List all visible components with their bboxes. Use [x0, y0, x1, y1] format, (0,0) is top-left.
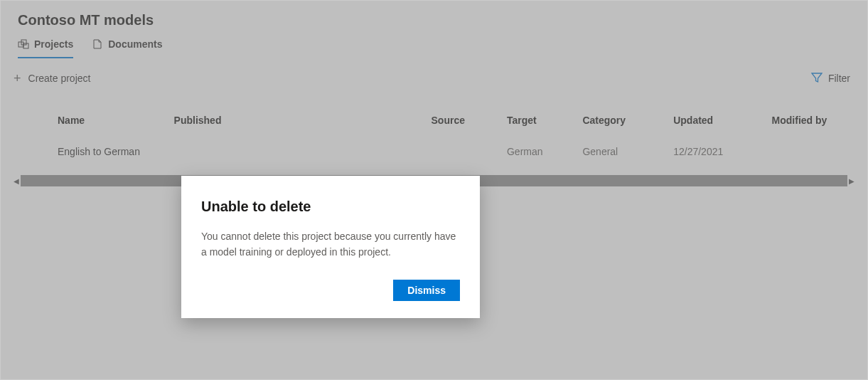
tab-documents[interactable]: Documents	[92, 38, 162, 58]
col-header-modified-by[interactable]: Modified by	[763, 107, 862, 136]
filter-icon	[811, 72, 823, 85]
cell-updated: 12/27/2021	[665, 136, 763, 167]
filter-button[interactable]: Filter	[811, 72, 850, 85]
cell-target: German	[498, 136, 574, 167]
tab-documents-label: Documents	[108, 38, 162, 50]
page-title: Contoso MT models	[18, 12, 850, 28]
scroll-left-arrow-icon[interactable]: ◀	[12, 177, 21, 185]
projects-icon	[18, 38, 29, 50]
cell-name: English to German	[6, 136, 166, 167]
cell-modified-by	[763, 136, 862, 167]
tab-projects-label: Projects	[34, 38, 73, 50]
col-header-category[interactable]: Category	[574, 107, 665, 136]
documents-icon	[92, 38, 103, 50]
create-project-button[interactable]: + Create project	[9, 69, 95, 88]
dialog-title: Unable to delete	[201, 199, 460, 215]
scroll-right-arrow-icon[interactable]: ▶	[847, 177, 856, 185]
cell-category: General	[574, 136, 665, 167]
tab-projects[interactable]: Projects	[18, 38, 73, 58]
unable-to-delete-dialog: Unable to delete You cannot delete this …	[181, 176, 480, 318]
col-header-source[interactable]: Source	[423, 107, 498, 136]
cell-published	[166, 136, 423, 167]
col-header-updated[interactable]: Updated	[665, 107, 763, 136]
dismiss-button[interactable]: Dismiss	[393, 280, 460, 301]
col-header-published[interactable]: Published	[166, 107, 423, 136]
filter-label: Filter	[828, 73, 850, 84]
cell-source	[423, 136, 498, 167]
col-header-target[interactable]: Target	[498, 107, 574, 136]
table-row[interactable]: English to German German General 12/27/2…	[6, 136, 862, 167]
tabs: Projects Documents	[18, 38, 850, 59]
create-project-label: Create project	[28, 73, 91, 84]
dialog-body: You cannot delete this project because y…	[201, 229, 460, 260]
plus-icon: +	[14, 72, 21, 85]
col-header-name[interactable]: Name	[6, 107, 166, 136]
